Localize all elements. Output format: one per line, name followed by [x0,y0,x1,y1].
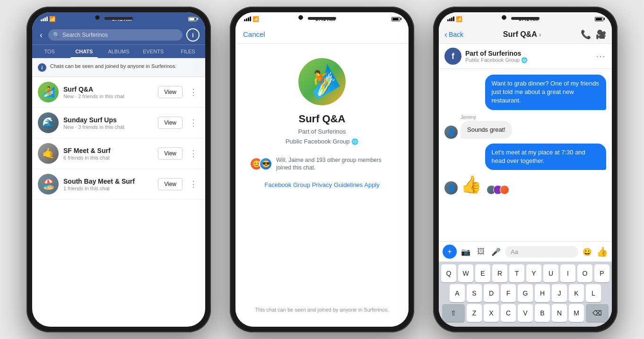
key-a[interactable]: A [450,284,465,302]
message-input[interactable]: Aa [505,246,578,258]
more-icon[interactable]: ⋮ [187,86,200,98]
tab-tos[interactable]: TOS [32,45,67,58]
page-title: Surf Q&A › [503,30,541,39]
chat-sub: Public Facebook Group 🌐 [465,57,592,63]
chat-info: SF Meet & Surf 6 friends in this chat [63,147,153,161]
battery-icon [595,17,603,21]
status-left: 📶 [447,16,462,22]
key-t[interactable]: T [509,264,524,282]
key-y[interactable]: Y [526,264,541,282]
more-options-button[interactable]: ⋯ [596,51,606,62]
key-w[interactable]: W [458,264,473,282]
status-right [392,17,400,21]
phone-1-tabs: TOS CHATS ALBUMS EVENTS FILES [32,44,205,58]
phone-3: 📶 9:41 AM ‹ Back Surf Q&A › [433,7,618,332]
key-q[interactable]: Q [441,264,456,282]
key-l[interactable]: L [586,284,601,302]
camera-button[interactable]: 📷 [460,246,472,258]
key-f[interactable]: F [501,284,516,302]
phone-1-back-button[interactable]: ‹ [38,29,44,41]
notice-info-icon: i [38,63,46,72]
list-item[interactable]: 🏖️ South Bay Meet & Surf 1 friends in th… [32,169,205,200]
tab-events[interactable]: EVENTS [136,45,171,58]
list-item[interactable]: 🤙 SF Meet & Surf 6 friends in this chat … [32,138,205,169]
chevron-right-icon: › [539,31,541,38]
phone-2-inner: 📶 9:41 AM Cancel 🏄 Surf Q&A [235,12,409,327]
received-message-group: Jeremy 👤 Sounds great! [444,115,606,139]
more-icon[interactable]: ⋮ [187,147,200,160]
back-button[interactable]: ‹ Back [444,30,463,40]
key-u[interactable]: U [543,264,558,282]
key-g[interactable]: G [518,284,533,302]
shift-key[interactable]: ⇧ [442,304,465,322]
key-m[interactable]: M [569,304,584,322]
chat-list: 🏄 Surf Q&A New · 2 friends in this chat … [32,77,205,327]
key-x[interactable]: X [484,304,499,322]
keyboard-row-1: Q W E R T Y U I O P [440,264,610,282]
wifi-icon: 📶 [252,16,259,22]
key-h[interactable]: H [535,284,550,302]
key-r[interactable]: R [492,264,507,282]
cancel-button[interactable]: Cancel [243,30,265,38]
key-s[interactable]: S [467,284,482,302]
privacy-link[interactable]: Facebook Group Privacy Guidelines Apply [264,181,380,188]
more-icon[interactable]: ⋮ [187,117,200,129]
view-button[interactable]: View [158,117,183,129]
key-v[interactable]: V [518,304,533,322]
member-avatars: 😊 😎 [250,157,272,170]
group-avatar: 🏄 [298,58,346,105]
status-right [188,17,197,21]
key-e[interactable]: E [475,264,490,282]
mic-button[interactable]: 🎤 [490,246,502,258]
key-i[interactable]: I [560,264,575,282]
tab-chats[interactable]: CHATS [67,45,101,58]
phone-1-search-placeholder: Search Surferinos [62,32,108,38]
delete-key[interactable]: ⌫ [586,304,609,322]
emoji-button[interactable]: 😀 [581,246,593,258]
tab-albums[interactable]: ALBUMS [101,45,136,58]
members-section: 😊 😎 Will, Jaime and 193 other group memb… [245,156,399,172]
key-j[interactable]: J [552,284,567,302]
status-right [595,17,603,21]
facebook-group-icon: f [444,48,461,65]
phone-1-camera [95,15,100,20]
tab-files[interactable]: FILES [171,45,205,58]
message-row: Want to grab dinner? One of my friends j… [444,75,606,110]
status-left: 📶 [244,16,259,22]
view-button[interactable]: View [158,147,183,160]
keyboard-row-2: A S D F G H J K L [440,284,610,302]
key-b[interactable]: B [535,304,550,322]
chat-sub: 6 friends in this chat [63,155,153,161]
image-button[interactable]: 🖼 [475,246,487,258]
key-n[interactable]: N [552,304,567,322]
more-icon[interactable]: ⋮ [187,178,200,190]
keyboard-row-3: ⇧ Z X C V B N M ⌫ [440,304,610,322]
phone-1-info-button[interactable]: i [186,28,200,42]
key-z[interactable]: Z [467,304,482,322]
video-icon[interactable]: 🎥 [596,29,606,40]
view-button[interactable]: View [158,178,183,190]
add-button[interactable]: + [443,245,457,259]
avatar: 🏄 [38,82,59,102]
phone-1-search-bar[interactable]: 🔍 Search Surferinos [48,29,183,41]
phone-2-speaker [308,17,336,20]
phone-3-speaker [511,17,540,20]
avatar: 🤙 [38,143,59,164]
reaction-row: 👤 👍 [444,175,606,195]
key-p[interactable]: P [594,264,609,282]
list-item[interactable]: 🌊 Sunday Surf Ups New · 3 friends in thi… [32,108,205,138]
phone-icon[interactable]: 📞 [581,29,591,40]
like-button[interactable]: 👍 [596,246,608,257]
key-o[interactable]: O [577,264,592,282]
view-button[interactable]: View [158,86,183,98]
list-item[interactable]: 🏄 Surf Q&A New · 2 friends in this chat … [32,77,205,108]
thumbsup-icon: 👍 [461,175,482,195]
phones-container: 📶 9:41 AM ‹ 🔍 Search Surferinos i [0,0,644,339]
key-c[interactable]: C [501,304,516,322]
phone-1-inner: 📶 9:41 AM ‹ 🔍 Search Surferinos i [32,12,205,327]
chat-sub: New · 3 friends in this chat [63,124,153,130]
key-d[interactable]: D [484,284,499,302]
notice-text: Chats can be seen and joined by anyone i… [50,63,176,70]
key-k[interactable]: K [569,284,584,302]
phone-1-nav: ‹ 🔍 Search Surferinos i [32,25,205,44]
